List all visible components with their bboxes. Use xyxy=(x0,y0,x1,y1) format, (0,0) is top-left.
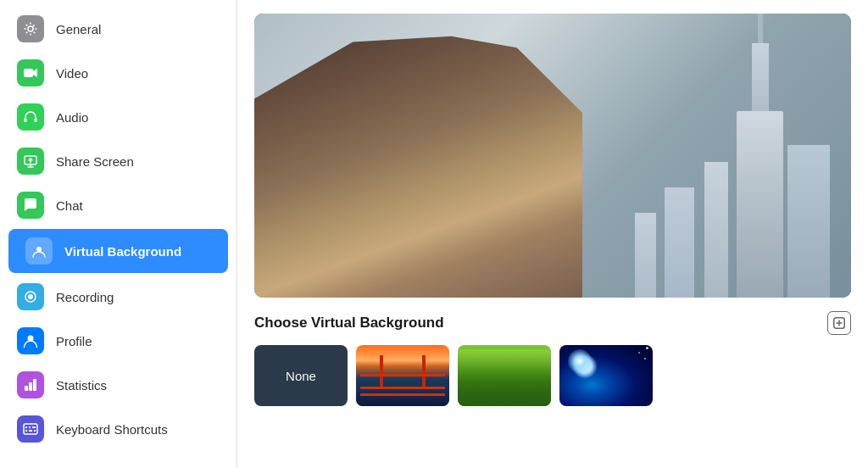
svg-rect-16 xyxy=(25,430,27,432)
svg-rect-11 xyxy=(33,379,36,391)
building-4 xyxy=(635,213,656,298)
sidebar-item-statistics[interactable]: Statistics xyxy=(0,363,236,407)
virtual-background-icon xyxy=(25,237,53,265)
svg-point-7 xyxy=(28,294,33,299)
empire-state-building xyxy=(737,111,783,298)
svg-rect-1 xyxy=(24,69,33,77)
video-icon xyxy=(17,59,44,86)
svg-rect-10 xyxy=(29,382,32,391)
sidebar-item-virtual-background-label: Virtual Background xyxy=(64,244,181,259)
svg-rect-15 xyxy=(32,426,34,428)
sidebar-item-audio-label: Audio xyxy=(56,110,88,125)
svg-rect-3 xyxy=(35,118,37,122)
main-content: Choose Virtual Background None xyxy=(237,0,868,468)
svg-point-5 xyxy=(36,247,42,252)
sidebar-item-recording-label: Recording xyxy=(56,290,114,304)
gear-icon xyxy=(17,15,44,42)
building-3 xyxy=(665,187,694,298)
svg-rect-12 xyxy=(24,424,37,434)
thumbnail-none[interactable]: None xyxy=(254,345,348,406)
thumbnail-none-label: None xyxy=(286,369,316,383)
sidebar-item-virtual-background[interactable]: Virtual Background xyxy=(8,229,228,273)
preview-container xyxy=(254,14,851,298)
thumbnail-bridge[interactable] xyxy=(356,345,449,406)
sidebar-item-audio[interactable]: Audio xyxy=(0,95,236,139)
sidebar-item-profile-label: Profile xyxy=(56,334,92,348)
stats-icon xyxy=(17,371,44,398)
record-icon xyxy=(17,283,44,310)
sidebar-item-chat[interactable]: Chat xyxy=(0,183,236,227)
section-title: Choose Virtual Background xyxy=(254,315,444,332)
sidebar-item-statistics-label: Statistics xyxy=(56,378,107,393)
chat-icon xyxy=(17,192,44,219)
share-screen-icon xyxy=(17,148,44,175)
building-1 xyxy=(704,162,728,298)
section-header: Choose Virtual Background xyxy=(254,311,851,335)
svg-rect-13 xyxy=(25,426,27,428)
sidebar-item-general-label: General xyxy=(56,22,101,36)
sidebar-item-recording[interactable]: Recording xyxy=(0,275,236,319)
svg-rect-2 xyxy=(25,118,27,122)
sidebar-item-video[interactable]: Video xyxy=(0,51,236,95)
svg-rect-20 xyxy=(34,426,36,428)
sidebar-item-share-screen[interactable]: Share Screen xyxy=(0,139,236,183)
sidebar: General Video Audio Sha xyxy=(0,0,237,468)
add-background-button[interactable] xyxy=(827,311,851,335)
building-spire xyxy=(758,14,763,43)
building-2 xyxy=(787,145,830,298)
sidebar-item-keyboard-shortcuts-label: Keyboard Shortcuts xyxy=(56,422,168,437)
svg-rect-18 xyxy=(34,430,36,432)
thumbnail-grass[interactable] xyxy=(458,345,551,406)
keyboard-icon xyxy=(17,415,44,443)
sidebar-item-share-screen-label: Share Screen xyxy=(56,154,134,169)
sidebar-item-video-label: Video xyxy=(56,66,88,81)
thumbnail-space[interactable] xyxy=(559,345,653,406)
svg-rect-17 xyxy=(29,430,32,432)
profile-icon xyxy=(17,327,44,354)
sidebar-item-keyboard-shortcuts[interactable]: Keyboard Shortcuts xyxy=(0,407,236,451)
sidebar-item-profile[interactable]: Profile xyxy=(0,319,236,363)
svg-point-0 xyxy=(28,26,33,31)
svg-rect-9 xyxy=(25,386,28,391)
headphones-icon xyxy=(17,103,44,131)
sidebar-item-chat-label: Chat xyxy=(56,198,83,213)
thumbnails-row: None xyxy=(254,345,851,406)
sidebar-item-general[interactable]: General xyxy=(0,7,236,51)
building-top xyxy=(752,43,769,111)
svg-rect-14 xyxy=(29,426,31,428)
